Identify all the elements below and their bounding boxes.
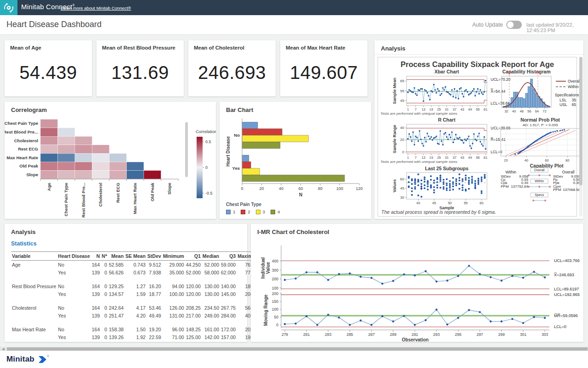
svg-text:7: 7 [415, 156, 417, 160]
table-cell: 284.00 [220, 312, 237, 319]
table-cell: 52.000 [202, 261, 220, 269]
svg-text:Specifications: Specifications [555, 93, 579, 97]
svg-text:30: 30 [400, 195, 404, 200]
statistics-table-wrap: VariableHeart DiseaseNN*MeanSE MeanStDev… [11, 251, 242, 341]
table-cell: 134.57 [108, 290, 124, 298]
svg-text:40: 40 [525, 158, 528, 162]
table-cell: 0 [101, 333, 108, 341]
table-cell: 172.00 [220, 325, 237, 333]
table-cell: 142.00 [202, 333, 220, 341]
sixpack-report-chart: Process Capability Sixpack Report for Ag… [378, 57, 580, 217]
legend-swatch [241, 210, 245, 214]
table-cell: 234.50 [202, 304, 220, 312]
auto-update-toggle[interactable] [506, 21, 522, 29]
svg-text:60: 60 [480, 201, 483, 205]
table-cell: 52.000 [185, 268, 202, 276]
svg-text:291: 291 [412, 332, 418, 337]
kpi-value: 131.69 [96, 62, 184, 83]
table-cell: 59.000 [220, 261, 237, 269]
svg-text:Slope: Slope [167, 183, 172, 195]
divider [374, 54, 583, 55]
svg-text:Values: Values [392, 179, 397, 193]
svg-text:LSL: LSL [506, 71, 513, 74]
svg-text:0: 0 [402, 150, 405, 154]
svg-text:Heart Disease: Heart Disease [226, 136, 231, 167]
table-cell: 130.00 [202, 290, 220, 298]
table-cell: 148.25 [185, 325, 202, 333]
svg-text:19: 19 [430, 107, 433, 112]
table-cell: 139 [91, 333, 101, 341]
svg-text:UCL=403.766: UCL=403.766 [554, 258, 580, 263]
svg-text:PPM: PPM [501, 184, 509, 189]
table-header-row: VariableHeart DiseaseNN*MeanSE MeanStDev… [11, 252, 261, 261]
table-cell: 0 [101, 304, 108, 312]
table-cell: Rest Blood Pressure [11, 282, 57, 290]
svg-text:295: 295 [455, 332, 461, 337]
panel-bar-chart: Bar Chart Heart DiseaseNoYes020406080100… [220, 102, 371, 219]
svg-text:USL: USL [560, 102, 567, 107]
svg-text:45: 45 [400, 99, 404, 103]
svg-text:LCL=89.6197: LCL=89.6197 [554, 287, 579, 291]
registered-mark: ® [47, 355, 49, 358]
svg-text:Overall: Overall [562, 170, 575, 174]
minitab-footer-logo: Minitab [6, 355, 34, 364]
table-cell: 158.38 [108, 325, 124, 333]
table-cell: 139 [91, 290, 101, 298]
table-cell: Yes [57, 333, 90, 341]
svg-text:No: No [234, 133, 240, 138]
table-row: Max Heart RateNo1640158.381.5019.2096.00… [11, 325, 261, 333]
svg-text:R̅=15.41: R̅=15.41 [491, 137, 506, 142]
table-row: Yes1390134.571.5918.77100.00120.00130.00… [11, 290, 261, 298]
table-cell: 94.00 [162, 282, 185, 290]
minitab-connect-logo[interactable] [0, 0, 17, 15]
svg-text:61: 61 [484, 107, 487, 112]
svg-text:Rest Blood Pre...: Rest Blood Pre... [81, 183, 86, 217]
svg-text:80: 80 [565, 158, 569, 162]
svg-text:55: 55 [476, 156, 480, 160]
svg-text:150: 150 [272, 299, 278, 304]
table-cell: 1.27 [124, 282, 147, 290]
svg-text:N: N [299, 192, 302, 197]
table-cell: No [57, 325, 90, 333]
table-cell: 157.00 [220, 333, 237, 341]
svg-text:32: 32 [504, 109, 508, 113]
learn-more-link[interactable]: Learn more about Minitab Connect® [61, 6, 131, 11]
svg-text:40: 40 [279, 186, 283, 191]
column-header: N* [101, 252, 108, 261]
panel-title: Correlogram [11, 106, 47, 113]
kpi-card-mean-age: Mean of Age 54.439 [5, 40, 92, 96]
kpi-card-mean-rest-bp: Mean of Rest Blood Pressure 131.69 [96, 40, 184, 96]
svg-text:303: 303 [542, 332, 548, 337]
table-cell: 217.00 [185, 312, 202, 319]
svg-text:Cholesterol: Cholesterol [98, 183, 103, 206]
svg-text:60: 60 [545, 158, 548, 162]
table-row: Yes1390139.261.9222.5971.00125.00142.001… [11, 333, 261, 341]
table-cell: 0 [101, 268, 108, 276]
svg-text:50: 50 [448, 201, 452, 205]
statistics-link[interactable]: Statistics [11, 240, 37, 247]
table-cell: 35.000 [162, 268, 185, 276]
table-cell: 16.20 [147, 282, 162, 290]
scroll-left-arrow[interactable]: ◀ [0, 347, 6, 351]
table-cell: 161.00 [202, 325, 220, 333]
svg-text:13: 13 [422, 156, 425, 160]
table-cell: 0 [101, 261, 108, 269]
scrollbar-thumb[interactable] [185, 122, 188, 177]
legend-swatch [226, 210, 231, 214]
panel-title: Analysis [11, 229, 35, 235]
table-row: Rest Blood PressureNo1640129.251.2716.20… [11, 282, 261, 290]
svg-text:13: 13 [422, 107, 425, 112]
table-row: CholesterolNo1640242.644.1753.46126.0020… [11, 304, 261, 312]
scrollbar-thumb[interactable] [579, 57, 582, 185]
column-header: StDev [147, 252, 162, 261]
svg-text:40: 40 [416, 201, 420, 205]
svg-text:299: 299 [498, 332, 505, 337]
svg-text:Normal Prob Plot: Normal Prob Plot [520, 117, 560, 123]
kpi-card-mean-max-hr: Mean of Max Heart Rate 149.607 [280, 40, 368, 96]
scrollbar-thumb[interactable] [7, 347, 588, 351]
svg-text:Overall: Overall [568, 79, 580, 84]
sync-gear-icon [3, 2, 15, 14]
table-cell: 56.626 [108, 268, 124, 276]
svg-text:35: 35 [572, 98, 577, 102]
svg-text:56: 56 [527, 109, 531, 113]
